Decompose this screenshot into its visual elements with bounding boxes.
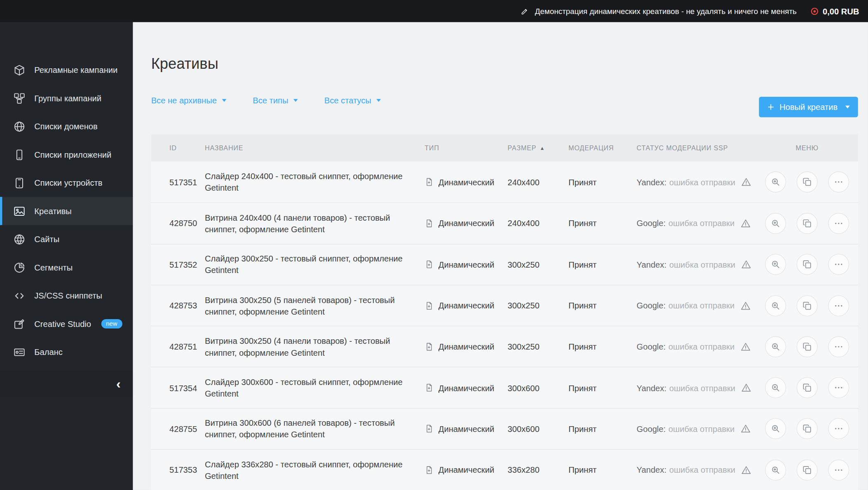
- copy-icon: [802, 218, 812, 228]
- sidebar-item-balance[interactable]: Баланс: [0, 338, 133, 366]
- preview-button[interactable]: [765, 213, 786, 234]
- row-actions: [756, 254, 858, 275]
- dynamic-creative-doc-icon: [425, 342, 433, 352]
- sidebar-item-label: Creative Studio: [34, 319, 91, 329]
- creative-size: 300x250: [508, 301, 569, 310]
- more-actions-button[interactable]: [828, 460, 849, 481]
- sidebar-item-creative-studio[interactable]: Creative Studio new: [0, 310, 133, 338]
- edit-pencil-icon[interactable]: [521, 7, 529, 15]
- creative-size: 240x400: [508, 219, 569, 228]
- header-size-label: РАЗМЕР: [508, 144, 537, 152]
- copy-icon: [802, 465, 812, 475]
- sidebar-item-segments[interactable]: Сегменты: [0, 253, 133, 281]
- duplicate-button[interactable]: [797, 213, 818, 234]
- more-actions-button[interactable]: [828, 418, 849, 439]
- creative-type-label: Динамический: [439, 177, 494, 187]
- ssp-status-text: ошибка отправки: [669, 424, 734, 434]
- sidebar-item-creatives[interactable]: Креативы: [0, 197, 133, 225]
- creative-size: 300x250: [508, 342, 569, 351]
- more-actions-button[interactable]: [828, 172, 849, 193]
- table-row: 517352 Слайдер 300x250 - тестовый сниппе…: [151, 244, 858, 285]
- zoom-plus-icon: [771, 465, 781, 475]
- ssp-network: Yandex:: [637, 260, 666, 269]
- creative-name: Витрина 300x600 (6 панелей товаров) - те…: [205, 417, 425, 440]
- dynamic-creative-doc-icon: [425, 301, 433, 310]
- copy-icon: [802, 301, 812, 310]
- warning-icon: [741, 383, 751, 393]
- new-creative-button[interactable]: Новый креатив: [759, 97, 858, 117]
- duplicate-button[interactable]: [797, 460, 818, 481]
- sidebar-item-label: Списки доменов: [34, 121, 98, 131]
- filter-types[interactable]: Все типы: [253, 96, 298, 105]
- sidebar-item-label: Списки устройств: [34, 178, 102, 187]
- creative-type: Динамический: [425, 465, 507, 475]
- sidebar-item-label: Рекламные кампании: [34, 65, 117, 75]
- dynamic-creative-doc-icon: [425, 177, 433, 187]
- header-size[interactable]: РАЗМЕР ▲: [508, 144, 569, 152]
- duplicate-button[interactable]: [797, 336, 818, 357]
- sidebar-item-sites[interactable]: Сайты: [0, 225, 133, 253]
- ssp-status-text: ошибка отправки: [669, 383, 735, 392]
- header-id[interactable]: ID: [169, 144, 205, 152]
- creative-type: Динамический: [425, 342, 507, 352]
- row-actions: [756, 336, 858, 357]
- filter-archive-state[interactable]: Все не архивные: [151, 96, 226, 105]
- duplicate-button[interactable]: [797, 418, 818, 439]
- ssp-status-cell: Google: ошибка отправки: [637, 424, 756, 434]
- row-actions: [756, 295, 858, 316]
- preview-button[interactable]: [765, 418, 786, 439]
- more-actions-button[interactable]: [828, 213, 849, 234]
- warning-icon: [741, 342, 751, 352]
- filter-label: Все типы: [253, 96, 288, 105]
- preview-button[interactable]: [765, 172, 786, 193]
- dynamic-creative-doc-icon: [425, 465, 433, 475]
- filter-statuses[interactable]: Все статусы: [324, 96, 381, 105]
- sidebar-item-app-lists[interactable]: Списки приложений: [0, 140, 133, 168]
- creative-name: Витрина 300x250 (4 панели товаров) - тес…: [205, 335, 425, 358]
- sidebar-item-domain-lists[interactable]: Списки доменов: [0, 112, 133, 140]
- header-ssp-status[interactable]: СТАТУС МОДЕРАЦИИ SSP: [637, 144, 756, 152]
- more-actions-button[interactable]: [828, 336, 849, 357]
- code-icon: [13, 289, 26, 302]
- ssp-network: Google:: [637, 219, 666, 228]
- preview-button[interactable]: [765, 377, 786, 398]
- moderation-status: Принят: [568, 219, 636, 228]
- plus-icon: [767, 103, 774, 110]
- more-actions-button[interactable]: [828, 377, 849, 398]
- sidebar-item-campaign-groups[interactable]: Группы кампаний: [0, 84, 133, 112]
- moderation-status: Принят: [568, 301, 636, 310]
- table-row: 517351 Слайдер 240x400 - тестовый сниппе…: [151, 161, 858, 203]
- preview-button[interactable]: [765, 336, 786, 357]
- moderation-status: Принят: [568, 342, 636, 351]
- preview-button[interactable]: [765, 254, 786, 275]
- duplicate-button[interactable]: [797, 377, 818, 398]
- copy-icon: [802, 383, 812, 393]
- ssp-network: Yandex:: [637, 177, 666, 187]
- sidebar-item-ad-campaigns[interactable]: Рекламные кампании: [0, 56, 133, 84]
- duplicate-button[interactable]: [797, 254, 818, 275]
- sidebar-item-js-css-snippets[interactable]: JS/CSS сниппеты: [0, 282, 133, 310]
- ellipsis-icon: [834, 218, 844, 228]
- collapse-sidebar-icon[interactable]: ‹: [116, 377, 121, 390]
- table-row: 517353 Слайдер 336x280 - тестовый сниппе…: [151, 449, 858, 490]
- preview-button[interactable]: [765, 295, 786, 316]
- ellipsis-icon: [834, 424, 844, 434]
- preview-button[interactable]: [765, 460, 786, 481]
- main-content: Креативы Все не архивные Все типы Все ст…: [133, 22, 868, 490]
- new-creative-label: Новый креатив: [779, 102, 838, 112]
- creative-id: 428755: [169, 424, 205, 434]
- warning-icon: [741, 301, 751, 310]
- duplicate-button[interactable]: [797, 295, 818, 316]
- header-moderation[interactable]: МОДЕРАЦИЯ: [568, 144, 636, 152]
- app-window: Демонстрация динамических креативов - не…: [0, 0, 868, 490]
- world-icon: [13, 233, 26, 245]
- more-actions-button[interactable]: [828, 254, 849, 275]
- more-actions-button[interactable]: [828, 295, 849, 316]
- duplicate-button[interactable]: [797, 172, 818, 193]
- zoom-plus-icon: [771, 342, 781, 352]
- header-name[interactable]: НАЗВАНИЕ: [205, 144, 425, 152]
- ssp-status-text: ошибка отправки: [669, 342, 734, 351]
- sidebar-item-device-lists[interactable]: Списки устройств: [0, 169, 133, 197]
- header-type[interactable]: ТИП: [425, 144, 507, 152]
- creative-id: 517352: [169, 260, 205, 269]
